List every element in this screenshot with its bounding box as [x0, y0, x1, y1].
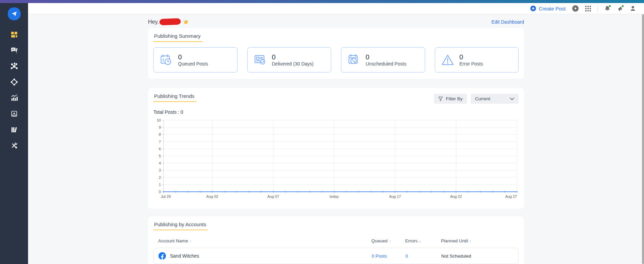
play-icon [572, 5, 579, 12]
calendar-clock-icon [159, 53, 173, 67]
calendar-blocked-icon [347, 53, 361, 67]
stat-error-posts[interactable]: 0 Error Posts [435, 47, 519, 73]
column-queued[interactable]: Queued ↑ [368, 238, 402, 243]
stat-unscheduled-posts[interactable]: 0 Unscheduled Posts [341, 47, 425, 73]
inbox-icon [10, 110, 18, 118]
column-errors[interactable]: Errors ↓ [402, 238, 438, 243]
accounts-table-header: Account Name ↑ Queued ↑ Errors ↓ Planned… [153, 238, 519, 243]
sidebar-item-social[interactable] [7, 62, 21, 70]
paper-plane-icon [11, 10, 18, 17]
filter-by-label: Filter By [446, 96, 463, 101]
svg-text:10: 10 [157, 118, 161, 122]
sidebar [0, 3, 28, 264]
stat-label: Queued Posts [178, 61, 208, 67]
line-chart: 012345678910Jul 29Aug 02Aug 07todayAug 1… [153, 117, 519, 201]
greeting-row: Hey, [148, 19, 524, 25]
svg-text:Aug 17: Aug 17 [389, 194, 401, 199]
compose-chat-icon [10, 46, 18, 54]
svg-text:Aug 07: Aug 07 [267, 194, 279, 199]
sidebar-item-media-library[interactable] [7, 126, 21, 134]
analytics-chart-icon [10, 94, 18, 102]
errors-link[interactable]: 0 [402, 254, 438, 259]
notification-status-dot [609, 5, 611, 7]
dashboard-grid-icon [10, 30, 18, 38]
column-planned-until[interactable]: Planned Until ↑ [438, 238, 519, 243]
svg-text:9: 9 [159, 125, 161, 129]
announcement-status-dot [621, 5, 624, 7]
svg-text:Jul 29: Jul 29 [161, 194, 171, 199]
svg-text:1: 1 [159, 183, 161, 187]
account-row[interactable]: Sand Witches 0 Posts 0 Not Scheduled [153, 248, 519, 264]
profile-button[interactable] [630, 5, 636, 11]
library-books-icon [10, 126, 18, 134]
create-post-label: Create Post [539, 6, 566, 11]
tools-icon [10, 141, 18, 150]
publishing-by-accounts-title: Publishing by Accounts [153, 221, 208, 230]
stat-queued-posts[interactable]: 0 Queued Posts [153, 47, 238, 73]
sidebar-item-planner[interactable] [7, 78, 21, 86]
svg-text:3: 3 [159, 168, 161, 172]
announcements-button[interactable] [617, 5, 623, 12]
top-header: Create Post [28, 3, 644, 14]
sidebar-item-dashboard[interactable] [7, 30, 21, 38]
sidebar-item-inbox[interactable] [7, 110, 21, 118]
main-content: Hey, [28, 14, 644, 264]
publishing-trends-title: Publishing Trends [153, 93, 196, 102]
app-window: Create Post [0, 0, 644, 264]
stat-value: 0 [272, 53, 314, 61]
create-post-button[interactable]: Create Post [530, 5, 566, 11]
svg-text:Aug 22: Aug 22 [450, 194, 462, 199]
apps-grid-icon [585, 6, 591, 11]
profile-icon [630, 5, 636, 11]
svg-text:8: 8 [159, 132, 161, 136]
vertical-scrollbar[interactable] [642, 14, 644, 264]
publishing-summary-card: Publishing Summary 0 [148, 28, 524, 79]
column-account-name[interactable]: Account Name ↑ [153, 238, 368, 243]
svg-text:Aug 02: Aug 02 [206, 194, 218, 199]
notifications-button[interactable] [604, 5, 611, 12]
publishing-by-accounts-card: Publishing by Accounts Account Name ↑ Qu… [148, 216, 524, 264]
redacted-username [159, 18, 181, 25]
plus-circle-icon [530, 5, 536, 11]
svg-text:4: 4 [159, 161, 161, 165]
column-label: Queued [371, 238, 388, 243]
document-check-icon [253, 53, 267, 67]
chevron-down-icon [510, 98, 514, 100]
publishing-summary-title: Publishing Summary [153, 33, 203, 42]
stat-value: 0 [178, 53, 208, 61]
stat-delivered[interactable]: 0 Delivered (30 Days) [247, 47, 331, 73]
svg-text:5: 5 [159, 154, 161, 158]
sidebar-item-compose[interactable] [7, 46, 21, 54]
sort-arrow-icon: ↑ [469, 239, 471, 243]
sidebar-nav [7, 30, 21, 150]
publishing-trends-card: Publishing Trends Filter By Current [148, 88, 524, 209]
trends-chart: 012345678910Jul 29Aug 02Aug 07todayAug 1… [153, 117, 519, 201]
sidebar-item-tools[interactable] [7, 141, 21, 150]
queued-posts-link[interactable]: 0 Posts [368, 254, 402, 259]
filter-by-button[interactable]: Filter By [434, 94, 467, 104]
planner-circle-icon [10, 78, 18, 86]
sidebar-item-analytics[interactable] [7, 94, 21, 102]
sort-arrow-icon: ↑ [389, 239, 391, 243]
funnel-icon [438, 97, 443, 101]
period-selected-value: Current [475, 96, 490, 101]
svg-text:today: today [330, 194, 339, 199]
sort-arrow-icon: ↑ [190, 239, 192, 243]
stat-label: Delivered (30 Days) [272, 61, 314, 67]
play-button[interactable] [572, 5, 579, 12]
account-name: Sand Witches [170, 253, 199, 259]
svg-text:7: 7 [159, 140, 161, 144]
column-label: Planned Until [441, 238, 468, 243]
planned-until-value: Not Scheduled [438, 254, 519, 259]
svg-text:2: 2 [159, 176, 161, 180]
period-select[interactable]: Current [471, 94, 519, 104]
top-gradient-strip [0, 0, 644, 3]
edit-dashboard-link[interactable]: Edit Dashboard [491, 19, 524, 25]
app-logo[interactable] [8, 7, 21, 20]
stat-value: 0 [366, 53, 406, 61]
apps-grid-button[interactable] [585, 6, 591, 11]
stats-row: 0 Queued Posts [153, 47, 519, 73]
stat-label: Error Posts [460, 61, 483, 67]
svg-text:Aug 27: Aug 27 [505, 194, 517, 199]
svg-text:0: 0 [159, 190, 161, 194]
